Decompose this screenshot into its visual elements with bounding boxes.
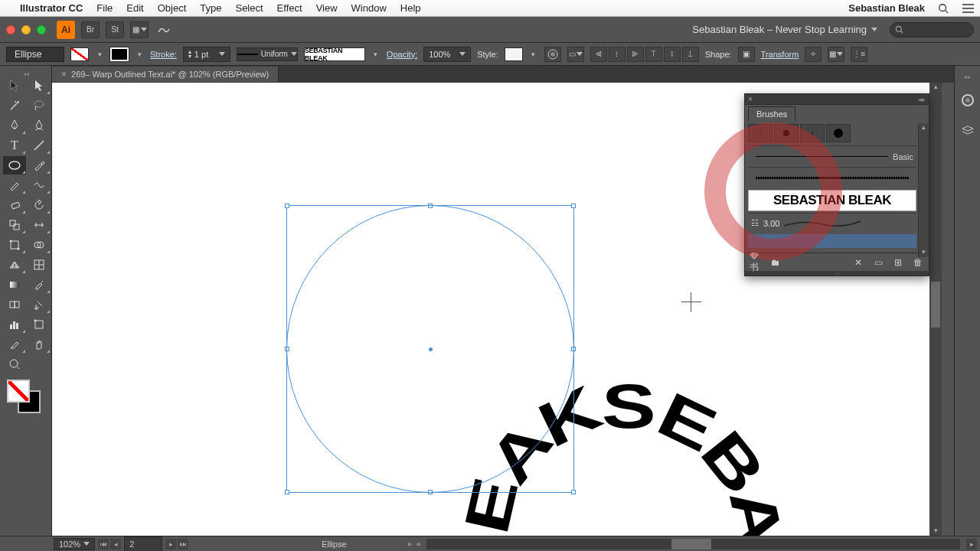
zoom-field[interactable]: 102% — [54, 538, 95, 550]
panel-header-bar[interactable]: × ◂▸ — [745, 94, 929, 105]
basic-brush-row[interactable]: Basic — [748, 145, 916, 167]
menu-window[interactable]: Window — [351, 2, 387, 14]
menu-object[interactable]: Object — [158, 2, 187, 14]
brush-tip-1[interactable] — [748, 124, 773, 142]
fill-stroke-controls[interactable] — [7, 380, 45, 416]
minimize-window-button[interactable] — [21, 25, 31, 34]
line-tool[interactable] — [28, 136, 51, 155]
arrange-docs-button[interactable]: ▦ — [130, 21, 149, 38]
scroll-down-arrow[interactable]: ▾ — [931, 527, 940, 536]
selection-handle[interactable] — [285, 204, 289, 208]
panel-collapse-icon[interactable]: ◂▸ — [918, 96, 926, 103]
brushes-tab[interactable]: Brushes — [748, 106, 795, 121]
paintbrush-tool[interactable] — [28, 156, 51, 174]
document-tab[interactable]: × 269– Warp Outlined Text.ai* @ 102% (RG… — [52, 67, 279, 82]
next-artboard-button[interactable]: ▸ — [165, 539, 176, 549]
spotlight-icon[interactable] — [937, 2, 949, 15]
panel-scroll-down-icon[interactable]: ▾ — [919, 248, 928, 257]
menu-select[interactable]: Select — [235, 2, 263, 14]
scroll-up-arrow[interactable]: ▴ — [931, 83, 940, 92]
lasso-tool[interactable] — [28, 96, 51, 115]
panel-scroll-up-icon[interactable]: ▴ — [919, 123, 928, 132]
width-tool[interactable] — [28, 216, 51, 234]
more-options-button[interactable]: ⋮≡ — [851, 47, 867, 62]
artboard-tool[interactable] — [28, 315, 51, 334]
menu-effect[interactable]: Effect — [277, 2, 302, 14]
delete-brush-icon[interactable]: 🗑 — [912, 256, 924, 269]
app-name[interactable]: Illustrator CC — [20, 2, 83, 14]
selection-handle[interactable] — [285, 490, 289, 494]
align-middle-button[interactable]: ⫱ — [664, 47, 681, 62]
edit-button[interactable]: ▦ — [828, 47, 844, 62]
blend-tool[interactable] — [3, 295, 26, 314]
rough-brush-row[interactable] — [748, 167, 916, 188]
fill-dropdown-icon[interactable]: ▾ — [95, 51, 104, 58]
scroll-right-arrow[interactable]: ▸ — [966, 539, 977, 549]
brush-dropdown-icon[interactable]: ▾ — [371, 51, 381, 58]
menu-file[interactable]: File — [96, 2, 113, 14]
recolor-button[interactable] — [544, 47, 561, 62]
slice-tool[interactable] — [3, 335, 26, 354]
first-artboard-button[interactable]: ⏮ — [98, 539, 109, 549]
panel-resize-grip[interactable]: ⋯ — [745, 271, 929, 276]
type-tool[interactable]: T — [3, 136, 26, 155]
vertical-scroll-thumb[interactable] — [931, 282, 940, 328]
eraser-tool[interactable] — [3, 196, 26, 214]
color-panel-icon[interactable] — [959, 92, 976, 109]
menu-edit[interactable]: Edit — [126, 2, 143, 14]
pen-tool[interactable] — [3, 116, 26, 135]
curvature-tool[interactable] — [28, 116, 51, 135]
opacity-field[interactable]: 100% — [423, 47, 471, 62]
rotate-tool[interactable] — [28, 196, 51, 214]
menu-list-icon[interactable] — [962, 2, 974, 15]
panel-scrollbar[interactable]: ▴ ▾ — [918, 123, 929, 257]
search-field[interactable] — [890, 22, 974, 37]
layers-panel-icon[interactable] — [959, 122, 976, 139]
horizontal-scroll-thumb[interactable] — [671, 539, 711, 549]
gpu-button[interactable] — [155, 21, 173, 38]
fill-swatch[interactable] — [70, 47, 89, 61]
status-menu-icon2[interactable]: ◂ — [416, 539, 420, 549]
ellipse-tool[interactable] — [3, 156, 26, 174]
symbol-sprayer-tool[interactable] — [28, 295, 51, 314]
user-name[interactable]: Sebastian Bleak — [848, 2, 925, 14]
align-top-button[interactable]: ⟙ — [645, 47, 662, 62]
selected-brush-row[interactable] — [748, 234, 916, 248]
perspective-tool[interactable] — [3, 256, 26, 274]
align-dropdown[interactable]: ▭ — [567, 47, 584, 62]
transform-link[interactable]: Transform — [761, 50, 799, 59]
fill-color-swatch[interactable] — [7, 380, 30, 403]
column-graph-tool[interactable] — [3, 315, 26, 334]
align-right-button[interactable]: ⫸ — [627, 47, 644, 62]
hand-tool[interactable] — [28, 335, 51, 354]
align-center-h-button[interactable]: ⫶ — [609, 47, 626, 62]
stroke-weight-field[interactable]: ▴▾ 1 pt — [183, 47, 230, 62]
brush-size-value[interactable]: 3.00 — [763, 219, 779, 228]
brush-tip-3[interactable] — [800, 124, 825, 142]
horizontal-scrollbar[interactable] — [426, 539, 960, 549]
brush-tip-2[interactable] — [774, 124, 799, 142]
last-artboard-button[interactable]: ⏭ — [178, 539, 188, 549]
new-brush-icon[interactable]: ⊞ — [892, 256, 904, 269]
text-art-brush[interactable]: SEBASTIAN BLEAK — [748, 190, 916, 211]
remove-stroke-icon[interactable]: ✕ — [852, 256, 864, 269]
isolate-button[interactable]: ✧ — [805, 47, 822, 62]
graphic-style-swatch[interactable] — [505, 47, 523, 61]
artwork[interactable]: SEBASTIANBLEAK — [243, 129, 626, 511]
stock-button[interactable]: St — [106, 21, 124, 38]
stroke-profile-dropdown[interactable]: Uniform — [237, 47, 298, 61]
stroke-swatch[interactable] — [110, 47, 129, 61]
shape-options-button[interactable]: ▣ — [738, 47, 755, 62]
magic-wand-tool[interactable] — [3, 96, 26, 115]
brush-definition-dropdown[interactable]: SEBASTIAN BLEAK — [304, 47, 365, 61]
pencil-tool[interactable] — [3, 176, 26, 194]
bridge-button[interactable]: Br — [81, 21, 100, 38]
workspace-dropdown-icon[interactable] — [871, 28, 877, 31]
zoom-tool[interactable] — [3, 355, 26, 373]
menu-help[interactable]: Help — [400, 2, 421, 14]
stroke-dropdown-icon[interactable]: ▾ — [135, 51, 144, 58]
mesh-tool[interactable] — [28, 256, 51, 274]
workspace-name[interactable]: Sebastian Bleak – Never Stop Learning — [692, 24, 867, 35]
selection-handle[interactable] — [571, 490, 576, 494]
close-window-button[interactable] — [6, 25, 15, 34]
